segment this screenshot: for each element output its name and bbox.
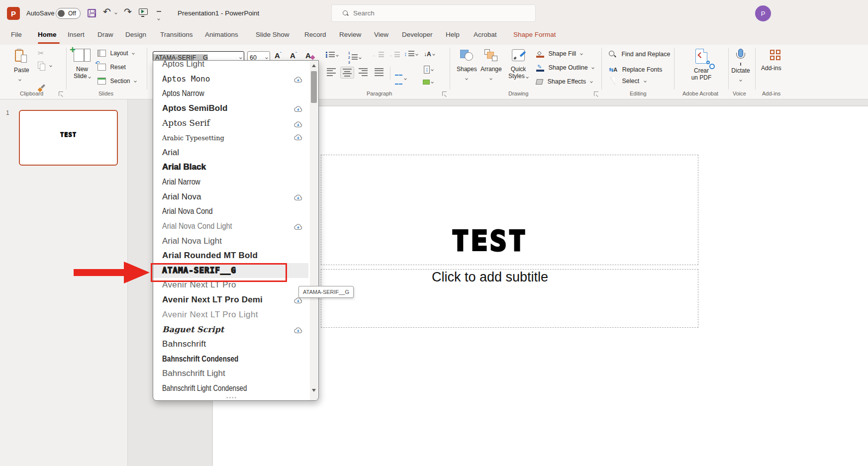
font-list-item[interactable]: Arial Nova Light [153,234,308,249]
font-list-item[interactable]: Bahnschrift Light [153,366,308,381]
align-text-button[interactable]: ↕ [424,66,433,74]
decrease-font-size-icon[interactable]: Aˇ [290,51,297,60]
font-size-chevron-icon[interactable] [265,56,268,59]
font-list-item[interactable]: Arial Narrow [153,175,308,189]
scroll-down-icon[interactable] [310,386,318,394]
font-name-chevron-icon[interactable] [239,56,242,59]
paste-button[interactable]: Paste [15,49,29,83]
font-list-item[interactable]: Arial [153,145,308,160]
decrease-indent-icon[interactable]: ← [372,52,384,59]
clipboard-dialog-launcher-icon[interactable] [59,92,63,96]
font-item-label: Arial [162,148,179,158]
create-pdf-button[interactable]: Crear un PDF [688,49,714,81]
copy-icon[interactable] [38,62,45,70]
customize-toolbar-icon[interactable] [157,11,161,22]
autosave-toggle[interactable]: Off [56,8,81,19]
font-item-label: Aptos Light [162,60,204,69]
tab-shape-format[interactable]: Shape Format [513,31,556,38]
reset-button[interactable]: Reset [97,64,126,73]
tab-insert[interactable]: Insert [68,31,85,38]
justify-icon[interactable] [372,67,386,79]
dictate-button[interactable]: Dictate [729,49,752,83]
copy-dropdown-chevron-icon[interactable] [49,64,52,67]
shape-effects-button[interactable]: Shape Effects [536,78,592,87]
search-bar[interactable] [331,4,536,22]
scroll-up-icon[interactable] [310,61,318,70]
font-item-label: Arabic Typesetting [162,134,224,142]
tab-view[interactable]: View [374,31,388,38]
tab-help[interactable]: Help [446,31,460,38]
clear-formatting-icon[interactable]: A [305,51,311,60]
dropdown-scrollbar[interactable] [310,61,318,400]
tab-transitions[interactable]: Transitions [160,31,193,38]
drawing-dialog-launcher-icon[interactable] [594,92,598,96]
save-icon[interactable] [88,9,96,17]
font-list-item[interactable]: Aptos Light [153,60,308,72]
bullets-button[interactable] [326,52,338,59]
slide-thumbnail[interactable]: TEST [19,110,118,166]
font-list-item[interactable]: Aptos Serif [153,116,308,131]
quick-styles-button[interactable]: Quick Styles [508,49,528,80]
numbering-button[interactable]: 123 [348,51,361,65]
tab-design[interactable]: Design [125,31,146,38]
search-input[interactable] [353,9,517,17]
font-list-item[interactable]: Arabic Typesetting [153,130,308,145]
line-spacing-button[interactable]: ↕ [404,51,418,58]
tab-review[interactable]: Review [339,31,361,38]
undo-dropdown-chevron-icon[interactable] [114,11,117,14]
font-list-item[interactable]: Bahnschrift Condensed [153,352,308,367]
select-button[interactable]: Select [610,78,646,87]
add-ins-button[interactable]: Add-ins [761,50,791,72]
account-avatar[interactable]: P [755,5,771,21]
font-list-item[interactable]: Baguet Script [153,322,308,337]
font-list-item[interactable]: Arial Nova Cond [153,204,308,219]
tab-file[interactable]: File [11,31,22,38]
powerpoint-logo-icon[interactable]: P [7,7,20,20]
font-list-item[interactable]: Arial Nova [153,189,308,204]
shape-fill-button[interactable]: ◇ Shape Fill [536,50,582,60]
tab-slide-show[interactable]: Slide Show [256,31,289,38]
redo-icon[interactable]: ↷ [124,7,132,16]
subtitle-prompt-text[interactable]: Click to add subtitle [390,270,589,285]
increase-indent-icon[interactable]: → [388,52,400,59]
scrollbar-thumb[interactable] [311,71,317,103]
section-button[interactable]: Section [97,78,136,87]
tab-draw[interactable]: Draw [97,31,113,38]
find-replace-button[interactable]: Find and Replace [609,51,670,60]
paragraph-dialog-launcher-icon[interactable] [442,92,447,96]
tab-developer[interactable]: Developer [402,31,433,38]
tab-home[interactable]: Home [38,31,57,38]
paragraph-group-label: Paragraph [367,91,392,96]
tab-record[interactable]: Record [304,31,326,38]
align-center-icon[interactable] [340,67,354,79]
text-direction-button[interactable]: ↓A [424,51,435,58]
layout-button[interactable]: Layout [97,50,134,59]
font-list-item[interactable]: Avenir Next LT Pro Demi [153,292,308,307]
tab-acrobat[interactable]: Acrobat [474,31,497,38]
shapes-button[interactable]: Shapes [457,50,477,82]
cut-icon[interactable]: ✂ [38,49,44,58]
shape-outline-button[interactable]: ✎ Shape Outline [536,64,594,74]
new-slide-button[interactable]: + New Slide [74,49,91,80]
font-list-item[interactable]: Aptos Mono [153,72,308,87]
start-slideshow-icon[interactable] [139,8,148,15]
font-list-item[interactable]: Aptos SemiBold [153,101,308,116]
arrange-button[interactable]: Arrange [481,49,502,82]
increase-font-size-icon[interactable]: Aˆ [275,51,282,60]
undo-icon[interactable]: ↶ [103,7,111,16]
font-list-item[interactable]: Arial Nova Cond Light [153,219,308,234]
font-list-item[interactable]: Arial Rounded MT Bold [153,248,308,263]
font-list-item[interactable]: Aptos Narrow [153,86,308,101]
font-list-item[interactable]: Arial Black [153,160,308,175]
tab-animations[interactable]: Animations [205,31,238,38]
slide-title-text[interactable]: TEST [420,225,560,257]
font-list-item[interactable]: Bahnschrift [153,337,308,352]
smartart-convert-button[interactable] [423,80,433,85]
replace-fonts-button[interactable]: ⇆A Replace Fonts [609,65,662,74]
font-list-item[interactable]: Avenir Next LT Pro Light [153,307,308,322]
columns-button[interactable] [395,70,406,88]
align-left-icon[interactable] [324,67,338,79]
font-list-item[interactable]: Bahnschrift Light Condensed [153,381,308,396]
dropdown-resize-handle[interactable]: •••• [153,396,310,400]
align-right-icon[interactable] [356,67,370,79]
